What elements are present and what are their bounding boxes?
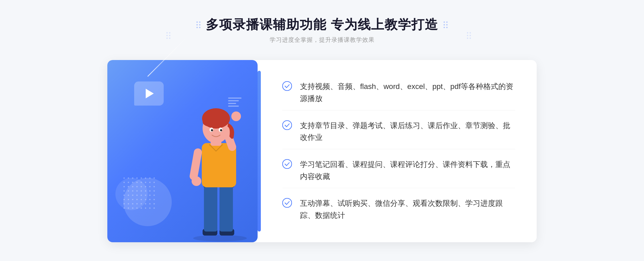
title-dots-left (196, 21, 200, 28)
title-dots-right (444, 21, 448, 28)
feature-item-3: 学习笔记回看、课程提问、课程评论打分、课件资料下载，重点内容收藏 (282, 153, 515, 188)
illustration-area (107, 60, 258, 242)
svg-point-17 (211, 129, 213, 131)
header-dots-right (467, 32, 478, 43)
check-icon-2 (282, 120, 292, 130)
check-icon-4 (282, 198, 292, 208)
svg-point-20 (283, 121, 292, 130)
dots-grid (123, 177, 156, 210)
svg-point-18 (220, 129, 222, 131)
feature-item-1: 支持视频、音频、flash、word、excel、ppt、pdf等各种格式的资源… (282, 75, 515, 110)
header-dots-left (166, 32, 177, 43)
page-title: 多项录播课辅助功能 专为线上教学打造 (206, 16, 438, 33)
feature-text-2: 支持章节目录、弹题考试、课后练习、课后作业、章节测验、批改作业 (300, 120, 515, 144)
svg-point-10 (231, 111, 241, 121)
svg-rect-3 (204, 183, 217, 232)
feature-text-1: 支持视频、音频、flash、word、excel、ppt、pdf等各种格式的资源… (300, 81, 515, 105)
features-area: 支持视频、音频、flash、word、excel、ppt、pdf等各种格式的资源… (261, 60, 537, 242)
pointer-line (147, 38, 186, 77)
svg-point-8 (192, 176, 201, 186)
page-subtitle: 学习进度全掌握，提升录播课教学效果 (270, 36, 375, 44)
svg-point-0 (193, 235, 247, 241)
feature-text-3: 学习笔记回看、课程提问、课程评论打分、课件资料下载，重点内容收藏 (300, 159, 515, 183)
page-header: 多项录播课辅助功能 专为线上教学打造 (196, 16, 447, 33)
svg-point-19 (283, 81, 292, 91)
content-card: 支持视频、音频、flash、word、excel、ppt、pdf等各种格式的资源… (107, 60, 537, 242)
feature-item-2: 支持章节目录、弹题考试、课后练习、课后作业、章节测验、批改作业 (282, 114, 515, 150)
person-figure (180, 87, 266, 242)
check-icon-3 (282, 159, 292, 169)
svg-point-21 (283, 159, 292, 169)
play-icon (146, 89, 154, 98)
feature-item-4: 互动弹幕、试听购买、微信分享、观看次数限制、学习进度跟踪、数据统计 (282, 192, 515, 227)
feature-text-4: 互动弹幕、试听购买、微信分享、观看次数限制、学习进度跟踪、数据统计 (300, 197, 515, 222)
svg-rect-7 (189, 148, 202, 181)
page-wrapper: 多项录播课辅助功能 专为线上教学打造 学习进度全掌握，提升录播课教学效果 » (0, 0, 644, 261)
check-icon-1 (282, 81, 292, 91)
video-bubble (134, 81, 164, 106)
svg-rect-4 (219, 183, 233, 232)
svg-point-14 (203, 117, 216, 126)
svg-point-22 (283, 198, 292, 207)
